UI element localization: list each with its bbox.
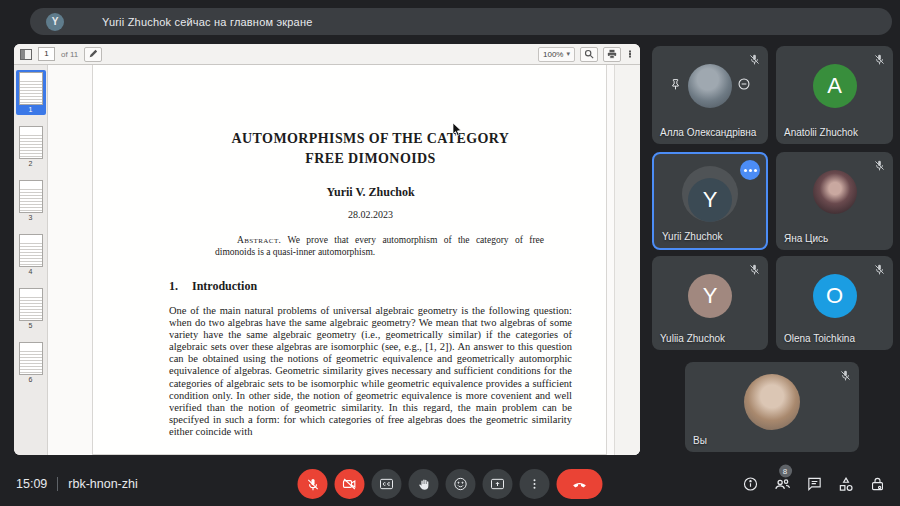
people-icon[interactable]: 8	[773, 475, 792, 494]
more-options-button[interactable]	[520, 469, 550, 499]
participant-name: Anatolii Zhuchok	[784, 127, 858, 138]
avatar	[744, 374, 800, 430]
chat-icon[interactable]	[806, 476, 823, 493]
presenting-banner-text: Yurii Zhuchok сейчас на главном экране	[102, 16, 313, 28]
avatar: A	[813, 64, 857, 108]
search-icon[interactable]	[580, 47, 598, 62]
pdf-scrollbar[interactable]	[614, 65, 640, 455]
thumbnail-page-number: 4	[29, 268, 33, 276]
host-controls-icon[interactable]	[869, 476, 886, 493]
page-count-label: of 11	[61, 50, 78, 59]
mic-muted-icon	[839, 368, 852, 386]
pdf-page: AUTOMORPHISMS OF THE CATEGORY FREE DIMON…	[92, 65, 607, 455]
annotate-pen-icon[interactable]	[84, 47, 102, 62]
paper-paragraph: One of the main natural problems of univ…	[169, 305, 572, 438]
present-screen-button[interactable]	[483, 469, 513, 499]
participant-tile[interactable]: Алла Олександрівна	[652, 46, 768, 144]
meeting-code: rbk-hnon-zhi	[68, 477, 137, 491]
thumbnail-image	[19, 180, 43, 213]
mic-muted-icon	[873, 262, 886, 280]
participant-tile[interactable]: O Olena Toichkina	[776, 256, 893, 350]
participant-tile[interactable]: Y Yuliia Zhuchok	[652, 256, 768, 350]
avatar	[688, 64, 732, 108]
self-name-label: Вы	[693, 435, 707, 446]
participant-tile-active-speaker[interactable]: Y Yurii Zhuchok	[652, 152, 768, 250]
paper-date: 28.02.2023	[169, 209, 572, 220]
zoom-select[interactable]: 100%▾	[538, 47, 575, 62]
thumbnail-page-number: 3	[29, 214, 33, 222]
page-thumbnail[interactable]: 1	[16, 70, 46, 115]
page-thumbnail[interactable]: 3	[16, 178, 46, 223]
page-thumbnail[interactable]: 2	[16, 124, 46, 169]
divider	[57, 477, 58, 491]
thumbnail-image	[19, 72, 43, 105]
mic-muted-icon	[748, 52, 761, 70]
avatar	[813, 170, 857, 214]
three-dots-menu-icon[interactable]	[740, 160, 760, 180]
mic-muted-icon	[873, 158, 886, 176]
section-heading: 1.Introduction	[169, 279, 572, 294]
sidebar-toggle-icon[interactable]	[20, 49, 32, 60]
page-thumbnail[interactable]: 4	[16, 232, 46, 277]
participant-name: Yuliia Zhuchok	[660, 333, 725, 344]
self-view-tile[interactable]: Вы	[685, 362, 859, 452]
info-icon[interactable]	[742, 476, 759, 493]
raise-hand-button[interactable]	[409, 469, 439, 499]
captions-button[interactable]	[372, 469, 402, 499]
avatar: Y	[688, 274, 732, 318]
reactions-button[interactable]	[446, 469, 476, 499]
avatar: O	[813, 274, 857, 318]
toolbar-overflow-icon[interactable]	[626, 50, 634, 58]
presenting-banner: Y Yurii Zhuchok сейчас на главном экране	[30, 8, 892, 35]
thumbnail-image	[19, 126, 43, 159]
participant-tile[interactable]: A Anatolii Zhuchok	[776, 46, 893, 144]
participant-name: Olena Toichkina	[784, 333, 855, 344]
paper-author: Yurii V. Zhuchok	[169, 185, 572, 200]
chevron-down-icon: ▾	[566, 50, 570, 58]
thumbnail-page-number: 5	[29, 322, 33, 330]
bottom-bar: 15:09 rbk-hnon-zhi	[0, 462, 900, 506]
avatar: Y	[46, 13, 64, 31]
mouse-cursor	[452, 122, 463, 137]
thumbnail-image	[19, 234, 43, 267]
screen-share-region: 1 of 11 100%▾	[14, 44, 640, 455]
pdf-main-view: AUTOMORPHISMS OF THE CATEGORY FREE DIMON…	[48, 65, 640, 455]
page-thumbnail[interactable]: 6	[16, 340, 46, 385]
print-icon[interactable]	[603, 47, 621, 62]
remove-from-call-icon[interactable]	[737, 77, 751, 95]
mic-muted-icon	[873, 52, 886, 70]
thumbnail-page-number: 1	[29, 106, 33, 114]
thumbnail-image	[19, 288, 43, 321]
thumbnail-image	[19, 342, 43, 375]
pdf-thumbnail-sidebar: 1 2 3 4 5	[14, 65, 48, 455]
thumbnail-page-number: 6	[29, 376, 33, 384]
participant-name: Алла Олександрівна	[660, 127, 756, 138]
pin-icon[interactable]	[669, 77, 682, 95]
paper-title: AUTOMORPHISMS OF THE CATEGORY FREE DIMON…	[169, 129, 572, 169]
participant-count-badge: 8	[779, 465, 792, 478]
meet-window: Y Yurii Zhuchok сейчас на главном экране…	[0, 0, 900, 506]
end-call-button[interactable]	[557, 469, 603, 499]
paper-abstract: Abstract. We prove that every automorphi…	[215, 234, 544, 258]
page-thumbnail[interactable]: 5	[16, 286, 46, 331]
activities-icon[interactable]	[837, 475, 855, 493]
clock-time: 15:09	[16, 477, 47, 491]
participant-tile[interactable]: Яна Цись	[776, 152, 893, 250]
avatar: Y	[688, 178, 732, 222]
page-number-input[interactable]: 1	[38, 47, 55, 61]
pdf-toolbar: 1 of 11 100%▾	[14, 44, 640, 65]
camera-off-button[interactable]	[335, 469, 365, 499]
mic-off-button[interactable]	[298, 469, 328, 499]
mic-muted-icon	[748, 262, 761, 280]
participant-name: Yurii Zhuchok	[662, 231, 723, 242]
thumbnail-page-number: 2	[29, 160, 33, 168]
participant-name: Яна Цись	[784, 233, 828, 244]
